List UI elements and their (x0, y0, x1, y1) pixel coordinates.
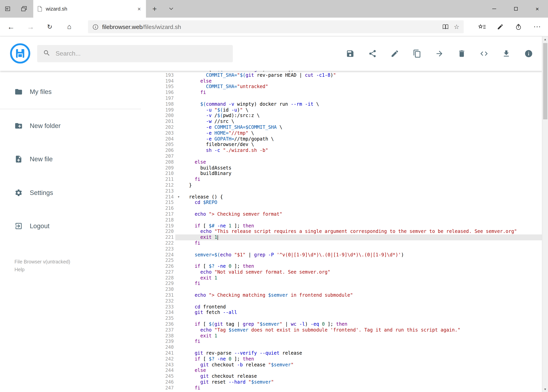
sidebar-item-my-files[interactable]: My files (0, 75, 141, 109)
code-line-232[interactable]: 232 (141, 298, 542, 304)
code-line-207[interactable]: 207 (141, 154, 542, 159)
tabs-set-aside-button[interactable] (0, 0, 16, 18)
editor-pane[interactable]: 192 if [ "$(command -v git)" != "" ]; th… (141, 71, 542, 392)
forward-button[interactable]: → (21, 18, 40, 36)
code-line-233[interactable]: 233 cd frontend (141, 304, 542, 310)
code-line-231[interactable]: 231 echo "> Checking matching $semver in… (141, 292, 542, 298)
code-line-222[interactable]: 222 fi (141, 240, 542, 246)
scroll-down-button[interactable]: ▼ (542, 386, 548, 392)
fold-marker[interactable]: ▾ (175, 194, 182, 200)
code-line-234[interactable]: 234 git fetch --all (141, 310, 542, 316)
copy-button[interactable] (412, 49, 422, 58)
download-button[interactable] (502, 49, 511, 58)
search-input[interactable] (55, 50, 227, 57)
save-button[interactable] (346, 49, 355, 58)
code-line-226[interactable]: 226 if [ $? -ne 0 ]; then (141, 263, 542, 269)
favorites-hub-button[interactable] (473, 18, 491, 36)
scrollbar-thumb[interactable] (543, 43, 548, 119)
new-tab-button[interactable]: + (146, 0, 163, 18)
back-button[interactable]: ← (1, 18, 21, 36)
sidebar-item-new-folder[interactable]: New folder (0, 109, 141, 142)
code-line-229[interactable]: 229 fi (141, 281, 542, 287)
code-line-198[interactable]: 198 $(command -v winpty) docker run --rm… (141, 101, 542, 107)
code-line-197[interactable]: 197 (141, 96, 542, 101)
code-line-219[interactable]: 219 if [ $# -ne 1 ]; then (141, 223, 542, 229)
code-line-211[interactable]: 211 fi (141, 176, 542, 182)
sidebar-item-settings[interactable]: Settings (0, 176, 141, 210)
rename-button[interactable] (390, 49, 400, 58)
code-line-193[interactable]: 193 COMMIT_SHA="$(git rev-parse HEAD | c… (141, 72, 542, 78)
code-line-206[interactable]: 206 sh -c "./wizard.sh -b" (141, 147, 542, 154)
code-line-213[interactable]: 213 (141, 188, 542, 194)
code-line-224[interactable]: 224 semver=$(echo "$1" | grep -P '^v(0|[… (141, 252, 542, 258)
tab-list-button[interactable] (163, 0, 179, 18)
code-line-195[interactable]: 195 COMMIT_SHA="untracked" (141, 84, 542, 90)
code-line-210[interactable]: 210 buildBinary (141, 171, 542, 177)
code-line-214[interactable]: 214▾release () { (141, 194, 542, 200)
code-line-216[interactable]: 216 (141, 205, 542, 211)
annotate-button[interactable] (491, 18, 509, 36)
reload-button[interactable]: ↻ (40, 18, 59, 36)
more-menu-button[interactable]: ··· (529, 18, 547, 36)
code-line-240[interactable]: 240 (141, 345, 542, 350)
home-button[interactable]: ⌂ (59, 18, 79, 36)
code-line-202[interactable]: 202 -e COMMIT_SHA=$COMMIT_SHA \ (141, 125, 542, 130)
minimize-button[interactable] (483, 0, 505, 18)
code-line-200[interactable]: 200 -v /$(pwd):/src:z \ (141, 113, 542, 119)
move-button[interactable] (435, 49, 444, 58)
help-link[interactable]: Help (14, 266, 70, 273)
code-line-242[interactable]: 242 if [ $? -ne 0 ]; then (141, 356, 542, 362)
code-line-208[interactable]: 208 else (141, 159, 542, 165)
code-line-205[interactable]: 205 filebrowser/dev \ (141, 142, 542, 148)
code-line-225[interactable]: 225 (141, 258, 542, 264)
code-line-199[interactable]: 199 -u "$(id -u)" \ (141, 107, 542, 113)
code-line-239[interactable]: 239 fi (141, 339, 542, 345)
code-line-223[interactable]: 223 (141, 246, 542, 252)
code-line-212[interactable]: 212} (141, 182, 542, 188)
code-line-230[interactable]: 230 (141, 287, 542, 293)
code-line-217[interactable]: 217 echo "> Checking semver format" (141, 211, 542, 217)
code-line-243[interactable]: 243 git checkout -b release "$semver" (141, 362, 542, 368)
delete-button[interactable] (457, 49, 466, 58)
filebrowser-logo-icon[interactable] (10, 43, 30, 64)
url-field[interactable]: filebrowser.web/files/wizard.sh ☆ (88, 20, 464, 33)
site-info-icon[interactable] (92, 24, 99, 30)
share-button[interactable] (510, 18, 528, 36)
vertical-scrollbar[interactable]: ▲ ▼ (542, 36, 548, 392)
code-line-221[interactable]: 221 exit 1 (141, 234, 542, 240)
sidebar-item-new-file[interactable]: New file (0, 142, 141, 176)
maximize-button[interactable] (505, 0, 527, 18)
code-line-196[interactable]: 196 fi (141, 90, 542, 96)
code-line-215[interactable]: 215 cd $REPO (141, 200, 542, 206)
favorite-star-button[interactable]: ☆ (454, 23, 459, 30)
code-line-204[interactable]: 204 -e GOPATH=//tmp/gopath \ (141, 136, 542, 142)
code-line-201[interactable]: 201 -w //src \ (141, 119, 542, 125)
code-line-246[interactable]: 246 git reset --hard "$semver" (141, 379, 542, 385)
code-line-228[interactable]: 228 exit 1 (141, 275, 542, 281)
code-line-220[interactable]: 220 echo "This release script requires a… (141, 229, 542, 235)
code-line-203[interactable]: 203 -e HOME="//tmp" \ (141, 130, 542, 136)
code-line-227[interactable]: 227 echo "Not valid semver format. See s… (141, 269, 542, 275)
share-button[interactable] (368, 49, 377, 58)
code-line-237[interactable]: 237 echo "Tag $semver does not exist in … (141, 327, 542, 333)
code-line-245[interactable]: 245 git checkout release (141, 373, 542, 379)
code-line-238[interactable]: 238 exit 1 (141, 333, 542, 339)
close-window-button[interactable]: × (527, 0, 548, 18)
code-line-235[interactable]: 235 (141, 316, 542, 322)
code-line-192[interactable]: 192 if [ "$(command -v git)" != "" ]; th… (141, 71, 542, 72)
close-tab-icon[interactable]: × (136, 6, 142, 12)
tabs-preview-button[interactable] (16, 0, 32, 18)
reading-view-button[interactable] (442, 24, 449, 30)
tab-wizard-sh[interactable]: wizard.sh × (33, 0, 146, 18)
search-bar[interactable] (37, 45, 233, 62)
code-line-241[interactable]: 241 git rev-parse --verify --quiet relea… (141, 350, 542, 356)
raw-code-button[interactable] (479, 49, 489, 58)
code-line-209[interactable]: 209 buildAssets (141, 165, 542, 171)
sidebar-item-logout[interactable]: Logout (0, 210, 141, 243)
info-button[interactable] (524, 49, 533, 58)
scroll-up-button[interactable]: ▲ (542, 36, 548, 42)
code-line-247[interactable]: 247 fi (141, 385, 542, 391)
code-line-244[interactable]: 244 else (141, 368, 542, 374)
code-line-194[interactable]: 194 else (141, 78, 542, 84)
code-line-218[interactable]: 218 (141, 217, 542, 223)
